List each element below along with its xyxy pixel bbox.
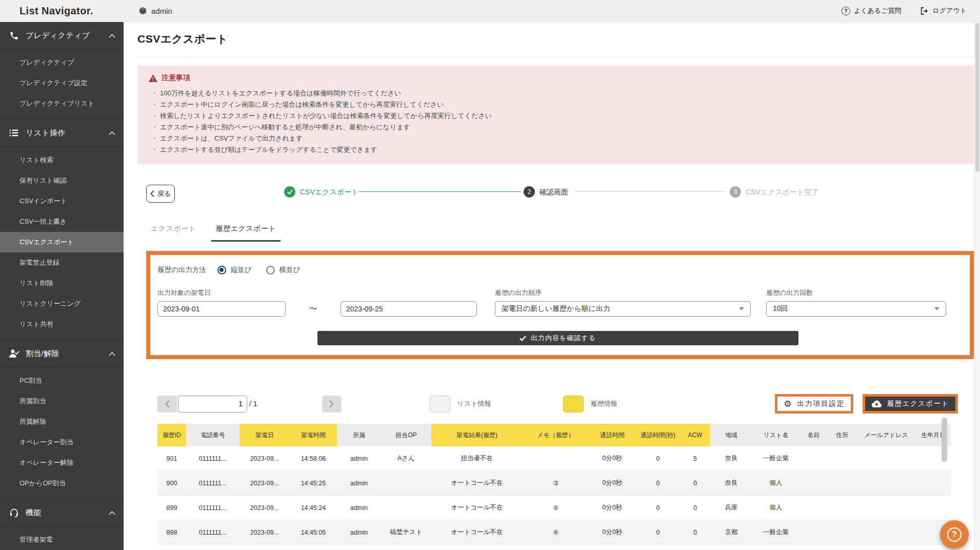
sidebar-item[interactable]: リスト削除 — [0, 273, 124, 293]
table-cell — [828, 446, 856, 470]
column-header[interactable]: リスト名 — [752, 424, 799, 446]
page-scrollbar[interactable] — [974, 22, 980, 550]
legend-history-info: 履歴情報 — [563, 396, 617, 412]
sidebar-item[interactable]: 保有リスト確認 — [0, 170, 124, 191]
column-header[interactable]: 名前 — [799, 424, 828, 446]
table-row: 9000111111...2023-09...14:45:25adminオートコ… — [157, 471, 951, 496]
radio-horizontal-control[interactable] — [266, 266, 275, 274]
radio-horizontal[interactable]: 横並び — [266, 265, 301, 274]
table-cell: 奈良 — [710, 545, 752, 550]
sidebar-item[interactable]: CSV一括上書き — [0, 211, 124, 232]
table-cell — [381, 545, 431, 550]
output-count-label: 履歴の出力回数 — [766, 288, 946, 298]
table-cell: ④ — [523, 520, 589, 544]
table-cell: 0 — [680, 545, 710, 550]
output-count-select[interactable]: 10回 — [766, 301, 946, 317]
tab-history-export[interactable]: 履歴エクスポート — [211, 224, 281, 242]
output-order-select[interactable]: 架電日の新しい履歴から順に出力 — [495, 301, 751, 317]
headset-icon — [8, 507, 20, 518]
sidebar-item[interactable]: オペレーター割当 — [0, 432, 124, 453]
date-from-input[interactable] — [157, 301, 286, 317]
table-row: 8970111111...2023-09...14:45:04adminオートコ… — [157, 545, 951, 550]
column-header[interactable]: ACW — [680, 424, 710, 446]
table-cell: 2023-09... — [239, 545, 290, 550]
table-cell — [799, 520, 828, 544]
table-scrollbar-thumb[interactable] — [942, 418, 947, 462]
column-header[interactable]: 通話時間(秒) — [636, 424, 680, 446]
table-cell — [856, 545, 916, 550]
table-cell: 2023-09... — [239, 520, 290, 544]
sidebar-section-functions[interactable]: 機能 — [0, 499, 124, 526]
page-number-input[interactable] — [178, 396, 247, 412]
sidebar-item[interactable]: リスト共有 — [0, 314, 124, 335]
next-page-button[interactable] — [322, 396, 342, 412]
sidebar-item[interactable]: PC割当 — [0, 370, 124, 391]
date-to-input[interactable] — [341, 301, 477, 317]
history-export-button[interactable]: 履歴エクスポート — [863, 394, 958, 414]
title-divider — [137, 57, 974, 57]
column-header[interactable]: メールアドレス — [856, 424, 916, 446]
column-header[interactable]: 住所 — [828, 424, 856, 446]
history-table: 履歴ID電話番号架電日架電時間所属担当OP架電結果(履歴)メモ（履歴）通話時間通… — [157, 424, 951, 550]
column-header[interactable]: 履歴ID — [157, 424, 186, 446]
call-date-label: 出力対象の架電日 — [157, 288, 482, 298]
column-header[interactable]: 架電結果(履歴) — [431, 424, 523, 446]
sidebar-item[interactable]: CSVエクスポート — [0, 232, 124, 252]
prev-page-button[interactable] — [157, 396, 177, 412]
logout-link[interactable]: ログアウト — [921, 6, 967, 15]
table-cell — [381, 496, 431, 520]
table-cell: admin — [337, 520, 381, 544]
step2-circle: 2 — [524, 186, 535, 198]
column-header[interactable]: 架電日 — [239, 424, 290, 446]
sidebar-section-list-ops[interactable]: リスト操作 — [0, 120, 124, 147]
column-header[interactable]: メモ（履歴） — [523, 424, 589, 446]
history-export-panel: 履歴の出力方法 縦並び 横並び 出力対象の架電日 〜 — [146, 251, 974, 359]
output-item-settings-button[interactable]: ⚙ 出力項目設定 — [775, 394, 853, 414]
sidebar-section-assign[interactable]: 割当/解除 — [0, 340, 124, 367]
column-header[interactable]: 架電時間 — [290, 424, 337, 446]
table-cell: 個人 — [752, 496, 799, 520]
help-fab-button[interactable]: ? — [940, 520, 969, 549]
sidebar-item[interactable]: 所属割当 — [0, 391, 124, 411]
confirm-output-button[interactable]: 出力内容を確認する — [317, 331, 798, 345]
sidebar-item[interactable]: 管理者架電 — [0, 529, 124, 550]
table-cell: 0分0秒 — [589, 446, 636, 470]
predictive-phone-icon — [8, 30, 20, 41]
table-cell: 0 — [636, 446, 680, 470]
column-header[interactable]: 地域 — [710, 424, 752, 446]
radio-vertical[interactable]: 縦並び — [217, 265, 252, 274]
faq-link[interactable]: ? よくあるご質問 — [842, 6, 902, 15]
sidebar-item[interactable]: プレディクティブ設定 — [0, 73, 124, 93]
table-cell — [799, 545, 828, 550]
page-scrollbar-thumb[interactable] — [975, 23, 979, 172]
sidebar-item[interactable]: CSVインポート — [0, 191, 124, 211]
step1-check-icon — [284, 186, 295, 198]
table-cell: ③ — [523, 545, 589, 550]
tab-export[interactable]: エクスポート — [146, 224, 201, 242]
sidebar-item[interactable]: プレディクティブリスト — [0, 93, 124, 114]
sidebar-item[interactable]: OPからOP割当 — [0, 473, 124, 494]
column-header[interactable]: 電話番号 — [186, 424, 239, 446]
radio-vertical-control[interactable] — [217, 266, 226, 274]
sidebar-item[interactable]: リスト検索 — [0, 150, 124, 170]
sidebar-item[interactable]: 所属解除 — [0, 411, 124, 432]
table-cell: 0111111... — [186, 520, 239, 544]
sidebar-item[interactable]: リストクリーニング — [0, 293, 124, 314]
back-button[interactable]: 戻る — [146, 185, 175, 203]
table-cell: 一般企業 — [752, 446, 799, 470]
column-header[interactable]: 所属 — [337, 424, 381, 446]
table-cell — [828, 520, 856, 544]
sidebar-item[interactable]: プレディクティブ — [0, 52, 124, 73]
column-header[interactable]: 担当OP — [381, 424, 431, 446]
sidebar-section-predictive[interactable]: プレディクティブ — [0, 22, 124, 49]
column-header[interactable]: 通話時間 — [589, 424, 636, 446]
sidebar-item[interactable]: オペレーター解除 — [0, 453, 124, 473]
sidebar-item[interactable]: 架電禁止登録 — [0, 252, 124, 273]
table-row: 9010111111...2023-09...14:58:06adminAさん担… — [157, 446, 951, 471]
table-cell: admin — [337, 545, 381, 550]
table-cell: 0 — [680, 471, 710, 495]
workspace-name: admin — [151, 7, 172, 15]
sidebar-nav: プレディクティブプレディクティブプレディクティブ設定プレディクティブリストリスト… — [0, 22, 124, 550]
history-info-swatch — [563, 396, 584, 412]
table-row: 8990111111...2023-09...14:45:24adminオートコ… — [157, 496, 951, 520]
